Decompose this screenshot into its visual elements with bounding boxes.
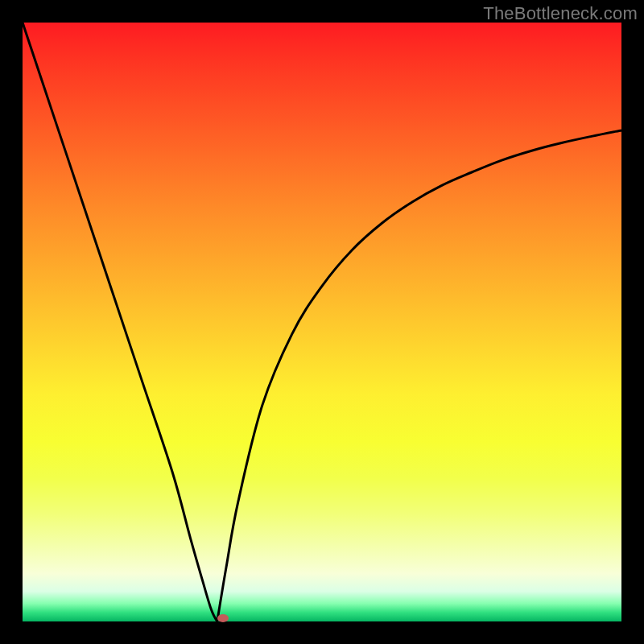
bottleneck-marker-icon [217, 614, 229, 622]
watermark-text: TheBottleneck.com [483, 3, 638, 24]
plot-area [23, 23, 621, 621]
curve-left-branch [23, 23, 217, 621]
curve-right-branch [217, 130, 621, 621]
chart-container: TheBottleneck.com [0, 0, 644, 644]
curve-svg [23, 23, 621, 621]
